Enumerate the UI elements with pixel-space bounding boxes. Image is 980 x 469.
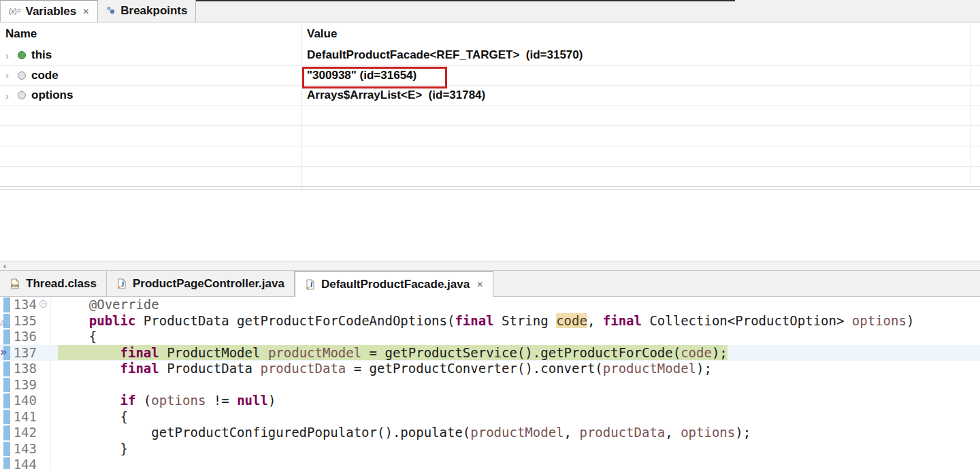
code-text[interactable]: @Override xyxy=(50,297,980,313)
tab-variables[interactable]: (x)= Variables ✕ xyxy=(0,0,98,22)
line-number: 144 xyxy=(11,457,38,469)
close-icon[interactable]: ✕ xyxy=(82,7,89,16)
annotation-ruler[interactable] xyxy=(0,393,11,409)
folding-ruler: − xyxy=(38,297,50,313)
variable-type-icon xyxy=(18,71,26,80)
variable-name: options xyxy=(31,88,73,102)
annotation-ruler[interactable] xyxy=(0,457,11,469)
tab-thread-class[interactable]: 010 Thread.class xyxy=(0,271,107,296)
close-icon[interactable]: ✕ xyxy=(476,280,483,289)
variables-view-tabbar: (x)= Variables ✕ Breakpoints xyxy=(0,0,980,22)
variable-row-code[interactable]: ›code"300938" (id=31654) xyxy=(0,66,980,86)
code-text[interactable]: getProductConfiguredPopulator().populate… xyxy=(50,425,980,441)
code-token: ProductModel xyxy=(159,345,268,360)
column-right-edge xyxy=(970,22,970,191)
column-header-name[interactable]: Name xyxy=(0,27,301,41)
expand-chevron-icon[interactable]: › xyxy=(5,69,12,81)
code-text[interactable]: { xyxy=(50,329,980,345)
annotation-ruler[interactable] xyxy=(0,297,11,313)
variable-value[interactable]: DefaultProductFacade<REF_TARGET> (id=315… xyxy=(301,48,583,62)
table-bottom-border xyxy=(0,187,980,190)
expand-chevron-icon[interactable]: › xyxy=(5,90,12,101)
code-token: productModel xyxy=(603,361,696,376)
folding-ruler xyxy=(38,425,50,441)
tab-variables-label: Variables xyxy=(26,5,77,18)
code-text[interactable]: { xyxy=(50,409,980,425)
variable-value[interactable]: Arrays$ArrayList<E> (id=31784) xyxy=(301,88,485,102)
annotation-ruler[interactable] xyxy=(0,361,11,377)
code-line-137[interactable]: »137 final ProductModel productModel = g… xyxy=(0,345,980,361)
annotation-ruler[interactable]: △ xyxy=(0,313,11,329)
annotation-ruler[interactable] xyxy=(0,425,11,441)
code-text-content: public ProductData getProductForCodeAndO… xyxy=(58,313,914,328)
variable-name-cell[interactable]: ›options xyxy=(0,88,301,102)
variable-row-this[interactable]: ›thisDefaultProductFacade<REF_TARGET> (i… xyxy=(0,46,980,66)
code-token: = getProductConverter().convert( xyxy=(346,361,603,376)
code-line-138[interactable]: 138 final ProductData productData = getP… xyxy=(0,361,980,377)
variables-table-header: Name Value xyxy=(0,22,980,46)
code-text-content: final ProductModel productModel = getPro… xyxy=(58,345,728,360)
code-token: productModel xyxy=(470,425,564,440)
code-line-144[interactable]: 144 xyxy=(0,457,980,469)
code-token: final xyxy=(603,313,642,328)
expand-chevron-icon[interactable]: › xyxy=(5,50,12,61)
code-text-content: @Override xyxy=(58,297,159,312)
annotation-ruler[interactable] xyxy=(0,329,11,345)
code-line-141[interactable]: 141 { xyxy=(0,409,980,425)
tab-thread-class-label: Thread.class xyxy=(26,277,97,291)
quickdiff-bar xyxy=(3,410,10,425)
variable-name-cell[interactable]: ›this xyxy=(0,48,301,62)
line-number: 140 xyxy=(11,393,38,409)
folding-ruler xyxy=(38,409,50,425)
annotation-ruler[interactable] xyxy=(0,377,11,393)
empty-row xyxy=(0,126,980,146)
empty-row xyxy=(0,167,980,187)
fold-collapse-icon[interactable]: − xyxy=(39,300,47,308)
code-line-140[interactable]: 140 if (options != null) xyxy=(0,393,980,409)
code-text[interactable]: final ProductData productData = getProdu… xyxy=(50,361,980,377)
code-token: ); xyxy=(735,425,751,440)
variables-hscrollbar[interactable]: ‹ xyxy=(0,261,980,271)
java-file-icon: J xyxy=(116,278,127,289)
code-text[interactable]: public ProductData getProductForCodeAndO… xyxy=(50,313,980,329)
code-editor[interactable]: 134− @Override△135 public ProductData ge… xyxy=(0,297,980,469)
code-line-136[interactable]: 136 { xyxy=(0,329,980,345)
code-token: = getProductService().getProductForCode( xyxy=(361,345,681,360)
line-number: 138 xyxy=(11,361,38,377)
column-divider[interactable] xyxy=(301,22,302,191)
quickdiff-bar xyxy=(3,297,10,312)
code-line-143[interactable]: 143 } xyxy=(0,441,980,457)
code-line-134[interactable]: 134− @Override xyxy=(0,297,980,313)
code-token: productModel xyxy=(268,345,361,360)
line-number: 139 xyxy=(11,377,38,393)
code-text-content: getProductConfiguredPopulator().populate… xyxy=(58,425,751,440)
scroll-left-icon[interactable]: ‹ xyxy=(0,261,6,270)
variable-value[interactable]: "300938" (id=31654) xyxy=(301,69,416,82)
variable-row-options[interactable]: ›optionsArrays$ArrayList<E> (id=31784) xyxy=(0,86,980,106)
quickdiff-bar xyxy=(3,361,10,376)
variable-name-cell[interactable]: ›code xyxy=(0,69,301,82)
code-text[interactable] xyxy=(50,377,980,393)
quickdiff-bar xyxy=(3,329,10,344)
code-text-content: if (options != null) xyxy=(58,393,276,408)
code-text[interactable] xyxy=(50,457,980,469)
folding-ruler xyxy=(38,377,50,393)
folding-ruler xyxy=(38,361,50,377)
code-text[interactable]: final ProductModel productModel = getPro… xyxy=(50,345,980,361)
code-line-135[interactable]: △135 public ProductData getProductForCod… xyxy=(0,313,980,329)
tab-defaultproductfacade[interactable]: J DefaultProductFacade.java ✕ xyxy=(295,271,493,297)
code-text[interactable]: } xyxy=(50,441,980,457)
code-line-142[interactable]: 142 getProductConfiguredPopulator().popu… xyxy=(0,425,980,441)
variables-table: Name Value ›thisDefaultProductFacade<REF… xyxy=(0,22,980,190)
annotation-ruler[interactable] xyxy=(0,409,11,425)
svg-text:010: 010 xyxy=(12,282,19,287)
code-text[interactable]: if (options != null) xyxy=(50,393,980,409)
annotation-ruler[interactable] xyxy=(0,441,11,457)
column-header-value[interactable]: Value xyxy=(301,27,337,41)
quickdiff-bar xyxy=(3,425,10,440)
code-line-139[interactable]: 139 xyxy=(0,377,980,393)
tab-breakpoints[interactable]: Breakpoints xyxy=(98,0,196,22)
tab-productpagecontroller[interactable]: J ProductPageController.java xyxy=(107,271,295,296)
code-token: productData xyxy=(579,425,665,440)
annotation-ruler[interactable]: » xyxy=(0,345,11,361)
